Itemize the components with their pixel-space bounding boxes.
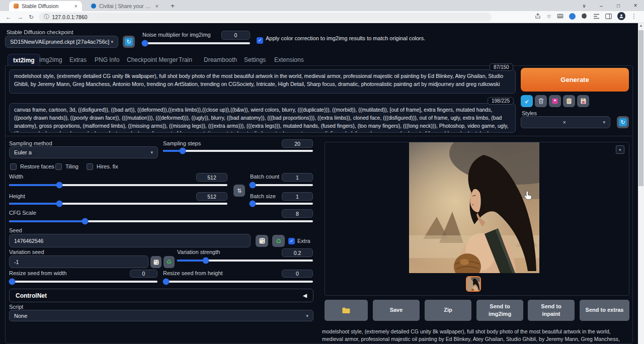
variation-seed-input[interactable] [9, 255, 148, 268]
forward-icon[interactable]: → [17, 14, 23, 21]
refresh-icon: ↻ [619, 118, 627, 126]
profile-avatar[interactable] [617, 12, 625, 20]
batch-count-slider[interactable] [250, 184, 313, 186]
window-minimize-icon[interactable]: – [593, 3, 610, 9]
bookmark-star-icon[interactable]: ☆ [546, 13, 551, 20]
tab-img2img[interactable]: img2img [34, 54, 67, 65]
stable-diffusion-favicon [14, 4, 19, 9]
script-dropdown[interactable]: None ▾ [9, 310, 313, 321]
zip-button[interactable]: Zip [425, 300, 471, 321]
share-icon[interactable] [535, 13, 541, 19]
batch-count-value[interactable]: 1 [282, 173, 313, 182]
extensions-puzzle-icon[interactable] [581, 13, 588, 20]
controlnet-accordion[interactable]: ControlNet ◀ [9, 289, 313, 302]
extra-seed-checkbox[interactable]: ✓ [288, 238, 295, 244]
apply-style-button[interactable] [563, 95, 575, 107]
collapse-left-icon: ◀ [303, 293, 307, 298]
styles-refresh-button[interactable]: ↻ [617, 116, 629, 128]
side-panel-icon[interactable] [605, 14, 612, 19]
tab-dreambooth[interactable]: Dreambooth [199, 54, 242, 65]
batch-size-slider[interactable] [250, 203, 313, 205]
extension-grid-icon[interactable] [557, 13, 564, 19]
new-tab-button[interactable]: + [168, 2, 177, 11]
sampling-method-dropdown[interactable]: Euler a ▾ [9, 146, 158, 158]
open-folder-button[interactable] [325, 300, 368, 321]
restore-faces-checkbox[interactable] [10, 163, 17, 170]
save-button[interactable]: Save [373, 300, 420, 321]
seed-input[interactable] [9, 234, 251, 247]
reading-list-icon[interactable] [593, 14, 600, 19]
tab-close-icon[interactable]: × [74, 3, 77, 9]
save-style-button[interactable] [577, 95, 589, 107]
browser-toolbar-icons: ☆ ⋮ [535, 12, 637, 20]
window-chevron-icon[interactable]: ∨ [576, 3, 593, 9]
sampling-steps-slider[interactable] [163, 150, 313, 152]
hand-cursor-icon [524, 191, 532, 200]
chevron-down-icon: ▾ [603, 120, 605, 125]
back-icon[interactable]: ← [6, 14, 12, 21]
site-info-icon[interactable]: ⓘ [44, 14, 49, 21]
resize-seed-width-slider[interactable] [9, 281, 157, 283]
tab-extras[interactable]: Extras [64, 54, 92, 65]
resize-seed-width-value[interactable]: 0 [130, 270, 157, 278]
resize-seed-height-slider[interactable] [163, 281, 313, 283]
tab-extensions[interactable]: Extensions [269, 54, 309, 65]
generated-image[interactable] [409, 142, 539, 273]
batch-size-value[interactable]: 1 [282, 192, 313, 201]
paste-params-button[interactable]: ↙ [521, 95, 533, 107]
tab-settings[interactable]: Settings [239, 54, 271, 65]
send-to-inpaint-button[interactable]: Send to inpaint [528, 300, 575, 321]
tab-train[interactable]: Train [174, 54, 197, 65]
variation-strength-value[interactable]: 0.2 [282, 248, 313, 257]
clear-prompt-button[interactable] [535, 95, 547, 107]
reload-icon[interactable]: ↻ [29, 14, 34, 21]
scrollbar-thumb[interactable] [638, 30, 643, 186]
recycle-icon: ♻ [276, 237, 282, 245]
variation-reuse-seed-button[interactable]: ♻ [164, 256, 175, 268]
resize-seed-height-value[interactable]: 0 [282, 270, 313, 278]
tab-close-icon[interactable]: × [155, 3, 158, 9]
address-field[interactable]: ⓘ 127.0.0.1:7860 [39, 13, 492, 22]
gallery-thumbnail[interactable] [466, 276, 481, 292]
height-slider[interactable] [9, 203, 227, 205]
close-gallery-icon[interactable]: × [616, 145, 624, 154]
tiling-checkbox[interactable] [55, 163, 62, 170]
width-value[interactable]: 512 [196, 173, 227, 182]
styles-dropdown[interactable]: × ▾ [521, 116, 610, 128]
send-to-extras-button[interactable]: Send to extras [580, 300, 629, 321]
checkpoint-dropdown[interactable]: SD15NewVAEpruned.ckpt [27a4ac756c] ▾ [5, 36, 118, 48]
generation-info-text: modelshoot style, (extremely detailed CG… [322, 328, 631, 343]
negative-prompt-textarea[interactable]: canvas frame, cartoon, 3d, ((disfigured)… [9, 103, 516, 133]
random-seed-button[interactable] [256, 235, 268, 247]
cfg-scale-value[interactable]: 8 [282, 209, 313, 218]
send-to-img2img-button[interactable]: Send to img2img [476, 300, 523, 321]
cfg-scale-slider[interactable] [9, 220, 313, 222]
scrollbar-up-icon[interactable]: ▲ [638, 24, 644, 27]
browser-menu-icon[interactable]: ⋮ [631, 13, 637, 20]
swap-dimensions-button[interactable]: ⇅ [233, 185, 245, 197]
variation-strength-slider[interactable] [177, 260, 313, 262]
page-scrollbar[interactable]: ▲ [638, 23, 644, 344]
noise-multiplier-value[interactable]: 0 [221, 31, 250, 40]
window-close-icon[interactable]: × [627, 2, 644, 9]
tab-png-info[interactable]: PNG Info [90, 54, 124, 65]
extra-networks-button[interactable] [549, 95, 561, 107]
browser-tab-civitai[interactable]: Civitai | Share your models × [87, 1, 163, 11]
noise-multiplier-slider[interactable] [142, 42, 250, 44]
window-maximize-icon[interactable]: □ [610, 3, 627, 9]
hires-fix-checkbox[interactable] [87, 163, 93, 170]
prompt-textarea[interactable]: modelshoot style, (extremely detailed CG… [9, 69, 516, 94]
browser-tab-stable-diffusion[interactable]: Stable Diffusion × [9, 1, 82, 11]
clear-styles-icon[interactable]: × [563, 119, 566, 125]
width-slider[interactable] [9, 184, 227, 186]
variation-random-seed-button[interactable] [150, 256, 162, 268]
reuse-seed-button[interactable]: ♻ [272, 235, 285, 247]
extension-blue-dot-icon[interactable] [569, 13, 576, 20]
sampling-steps-value[interactable]: 20 [282, 139, 313, 148]
generate-button[interactable]: Generate [521, 68, 629, 92]
chevron-down-icon: ▾ [111, 39, 113, 44]
height-value[interactable]: 512 [196, 192, 227, 201]
checkpoint-refresh-button[interactable]: ↻ [123, 36, 135, 48]
prompt-token-counter: 87/150 [490, 63, 513, 71]
color-correction-checkbox[interactable]: ✓ [257, 37, 263, 44]
